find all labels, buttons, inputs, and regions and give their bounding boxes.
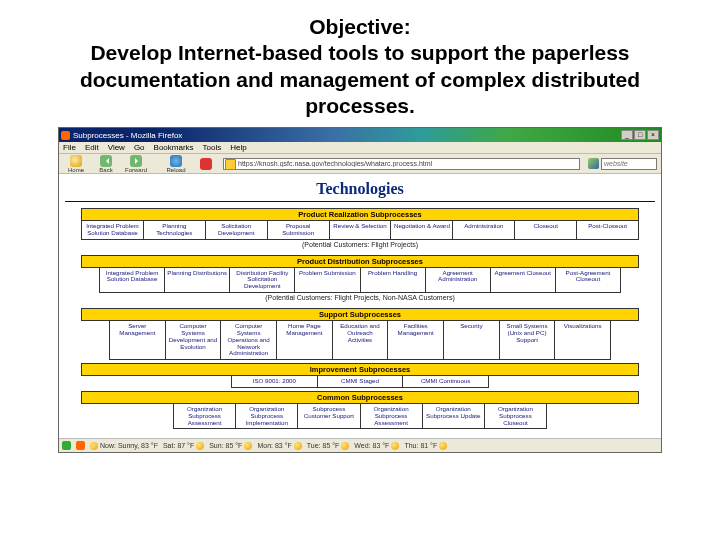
status-icon <box>62 441 71 450</box>
cell[interactable]: Computer Systems Development and Evoluti… <box>166 321 222 360</box>
close-button[interactable]: × <box>647 130 659 140</box>
slide-heading: Objective: Develop Internet-based tools … <box>0 0 720 125</box>
menu-tools[interactable]: Tools <box>203 143 222 152</box>
home-label: Home <box>68 167 84 173</box>
address-bar[interactable] <box>223 158 580 170</box>
cell[interactable]: Facilities Management <box>388 321 444 360</box>
statusbar: Now: Sunny, 83 °F Sat: 87 °F Sun: 85 °F … <box>59 438 661 452</box>
cell[interactable]: ISO 9001: 2000 <box>232 376 318 388</box>
reload-icon <box>170 155 182 167</box>
cell[interactable]: Home Page Management <box>277 321 333 360</box>
address-bar-container <box>223 158 580 170</box>
sun-icon <box>244 442 252 450</box>
reload-button[interactable]: Reload <box>163 155 189 173</box>
cell[interactable]: Organization Subprocess Assessment <box>361 404 423 429</box>
home-button[interactable]: Home <box>63 155 89 173</box>
forward-button[interactable]: Forward <box>123 155 149 173</box>
page-title: Technologies <box>65 178 655 202</box>
cell[interactable]: Visualizations <box>555 321 611 360</box>
toolbar: Home Back Forward Reload <box>59 154 661 174</box>
cell[interactable]: Security <box>444 321 500 360</box>
cell[interactable]: Closeout <box>515 221 577 240</box>
section-row: Organization Subprocess Assessment Organ… <box>173 404 547 429</box>
titlebar: Subprocesses - Mozilla Firefox _ □ × <box>59 128 661 142</box>
cell[interactable]: Organization Subprocess Update <box>423 404 485 429</box>
cell[interactable]: Review & Selection <box>330 221 392 240</box>
minimize-button[interactable]: _ <box>621 130 633 140</box>
cell[interactable]: Agreement Closeout <box>491 268 556 293</box>
search-input[interactable] <box>601 158 657 170</box>
sun-icon <box>196 442 204 450</box>
cell[interactable]: Small Systems (Unix and PC) Support <box>500 321 556 360</box>
cell[interactable]: Server Management <box>110 321 166 360</box>
cell[interactable]: Post-Closeout <box>577 221 639 240</box>
section-header: Product Realization Subprocesses <box>81 208 639 221</box>
weather-day: Mon: 83 °F <box>257 442 301 450</box>
menu-edit[interactable]: Edit <box>85 143 99 152</box>
cell[interactable]: Proposal Submission <box>268 221 330 240</box>
section-header: Improvement Subprocesses <box>81 363 639 376</box>
cell[interactable]: Solicitation Development <box>206 221 268 240</box>
menu-help[interactable]: Help <box>230 143 246 152</box>
cell[interactable]: Planning Distributions <box>165 268 230 293</box>
cell[interactable]: Administration <box>453 221 515 240</box>
section-improvement: Improvement Subprocesses ISO 9001: 2000 … <box>81 363 639 388</box>
cell[interactable]: Distribution Facility Solicitation Devel… <box>230 268 295 293</box>
section-row: ISO 9001: 2000 CMMI Staged CMMI Continuo… <box>231 376 489 388</box>
menu-file[interactable]: File <box>63 143 76 152</box>
menu-bookmarks[interactable]: Bookmarks <box>154 143 194 152</box>
section-note: (Potential Customers: Flight Projects) <box>81 240 639 252</box>
menubar: File Edit View Go Bookmarks Tools Help <box>59 142 661 154</box>
weather-day: Tue: 85 °F <box>307 442 350 450</box>
cell[interactable]: Problem Submission <box>295 268 360 293</box>
weather-day: Wed: 83 °F <box>354 442 399 450</box>
section-header: Support Subprocesses <box>81 308 639 321</box>
menu-go[interactable]: Go <box>134 143 145 152</box>
section-common: Common Subprocesses Organization Subproc… <box>81 391 639 429</box>
cell[interactable]: Integrated Problem Solution Database <box>82 221 144 240</box>
maximize-button[interactable]: □ <box>634 130 646 140</box>
back-icon <box>100 155 112 167</box>
forward-icon <box>130 155 142 167</box>
weather-now-text: Now: Sunny, 83 °F <box>100 442 158 449</box>
cell[interactable]: Integrated Problem Solution Database <box>100 268 165 293</box>
cell[interactable]: Post-Agreement Closeout <box>556 268 621 293</box>
cell[interactable]: Problem Handling <box>361 268 426 293</box>
weather-day: Sat: 87 °F <box>163 442 204 450</box>
weather-day: Thu: 81 °F <box>404 442 447 450</box>
section-support: Support Subprocesses Server Management C… <box>81 308 639 360</box>
cell[interactable]: Planning Technologies <box>144 221 206 240</box>
back-button[interactable]: Back <box>93 155 119 173</box>
sun-icon <box>90 442 98 450</box>
section-note: (Potential Customers: Flight Projects, N… <box>81 293 639 305</box>
sun-icon <box>439 442 447 450</box>
menu-view[interactable]: View <box>108 143 125 152</box>
section-row: Integrated Problem Solution Database Pla… <box>81 221 639 240</box>
home-icon <box>70 155 82 167</box>
page-content: Technologies Product Realization Subproc… <box>59 174 661 438</box>
cell[interactable]: Agreement Administration <box>426 268 491 293</box>
cell[interactable]: Subprocess Customer Support <box>298 404 360 429</box>
stop-button[interactable] <box>193 158 219 170</box>
reload-label: Reload <box>166 167 185 173</box>
cell[interactable]: CMMI Staged <box>318 376 404 388</box>
cell[interactable]: Computer Systems Operations and Network … <box>221 321 277 360</box>
search-engine-icon[interactable] <box>588 158 599 169</box>
weather-now: Now: Sunny, 83 °F <box>90 442 158 450</box>
section-row: Integrated Problem Solution Database Pla… <box>99 268 621 293</box>
search-container <box>588 158 657 170</box>
window-title: Subprocesses - Mozilla Firefox <box>73 131 621 140</box>
browser-window: Subprocesses - Mozilla Firefox _ □ × Fil… <box>58 127 662 453</box>
weather-day: Sun: 85 °F <box>209 442 252 450</box>
slide-title-line1: Objective: <box>40 14 680 40</box>
cell[interactable]: CMMI Continuous <box>403 376 489 388</box>
section-row: Server Management Computer Systems Devel… <box>109 321 611 360</box>
cell[interactable]: Organization Subprocess Assessment <box>174 404 236 429</box>
cell[interactable]: Negotiation & Award <box>391 221 453 240</box>
cell[interactable]: Organization Subprocess Implementation <box>236 404 298 429</box>
cell[interactable]: Organization Subprocess Closeout <box>485 404 547 429</box>
sun-icon <box>391 442 399 450</box>
stop-icon <box>200 158 212 170</box>
section-product-realization: Product Realization Subprocesses Integra… <box>81 208 639 252</box>
cell[interactable]: Education and Outreach Activities <box>333 321 389 360</box>
